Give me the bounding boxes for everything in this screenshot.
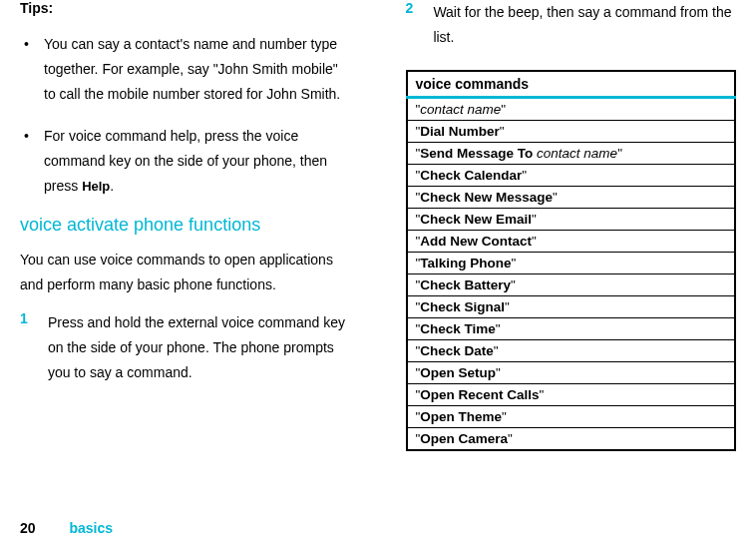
table-row: "Open Theme"	[407, 406, 736, 428]
table-row: "Check Battery"	[407, 274, 736, 296]
bullet-item: For voice command help, press the voice …	[44, 124, 351, 200]
help-menu-label: Help	[82, 179, 110, 194]
footer-section-label: basics	[69, 520, 113, 536]
command-cell: "Open Recent Calls"	[407, 384, 736, 406]
page-footer: 20 basics	[20, 520, 113, 536]
table-row: "Open Camera"	[407, 428, 736, 451]
table-row: "contact name"	[407, 98, 736, 121]
step-text: Press and hold the external voice comman…	[48, 310, 351, 386]
command-cell: "Check New Message"	[407, 187, 736, 209]
step-number: 2	[406, 0, 430, 16]
command-cell: "Add New Contact"	[407, 231, 736, 253]
command-cell: "Talking Phone"	[407, 253, 736, 274]
table-row: "Send Message To contact name"	[407, 143, 736, 165]
command-cell: "Open Camera"	[407, 428, 736, 451]
command-cell: "Dial Number"	[407, 121, 736, 143]
page-number: 20	[20, 520, 36, 536]
table-header: voice commands	[407, 71, 736, 98]
voice-commands-table: voice commands "contact name""Dial Numbe…	[406, 70, 737, 451]
table-row: "Check Calendar"	[407, 165, 736, 187]
tips-label: Tips:	[20, 0, 351, 16]
step-text: Wait for the beep, then say a command fr…	[433, 0, 736, 50]
step-number: 1	[20, 310, 44, 326]
command-cell: "Send Message To contact name"	[407, 143, 736, 165]
tips-bullet-list: You can say a contact's name and number …	[20, 32, 351, 199]
table-row: "Check Date"	[407, 340, 736, 362]
intro-paragraph: You can use voice commands to open appli…	[20, 248, 351, 297]
table-row: "Check New Message"	[407, 187, 736, 209]
command-cell: "Check Calendar"	[407, 165, 736, 187]
table-row: "Talking Phone"	[407, 253, 736, 274]
step-1: 1 Press and hold the external voice comm…	[20, 310, 351, 386]
command-cell: "Check New Email"	[407, 209, 736, 231]
command-cell: "Open Setup"	[407, 362, 736, 384]
table-row: "Check Time"	[407, 318, 736, 340]
command-cell: "Check Time"	[407, 318, 736, 340]
table-row: "Open Recent Calls"	[407, 384, 736, 406]
table-row: "Open Setup"	[407, 362, 736, 384]
command-cell: "Check Signal"	[407, 296, 736, 318]
bullet-suffix: .	[110, 178, 114, 194]
table-row: "Check New Email"	[407, 209, 736, 231]
bullet-item: You can say a contact's name and number …	[44, 32, 351, 108]
command-cell: "contact name"	[407, 98, 736, 121]
step-2: 2 Wait for the beep, then say a command …	[406, 0, 737, 50]
table-row: "Check Signal"	[407, 296, 736, 318]
command-cell: "Open Theme"	[407, 406, 736, 428]
section-heading: voice activate phone functions	[20, 215, 351, 236]
table-row: "Dial Number"	[407, 121, 736, 143]
command-cell: "Check Battery"	[407, 274, 736, 296]
table-row: "Add New Contact"	[407, 231, 736, 253]
command-cell: "Check Date"	[407, 340, 736, 362]
